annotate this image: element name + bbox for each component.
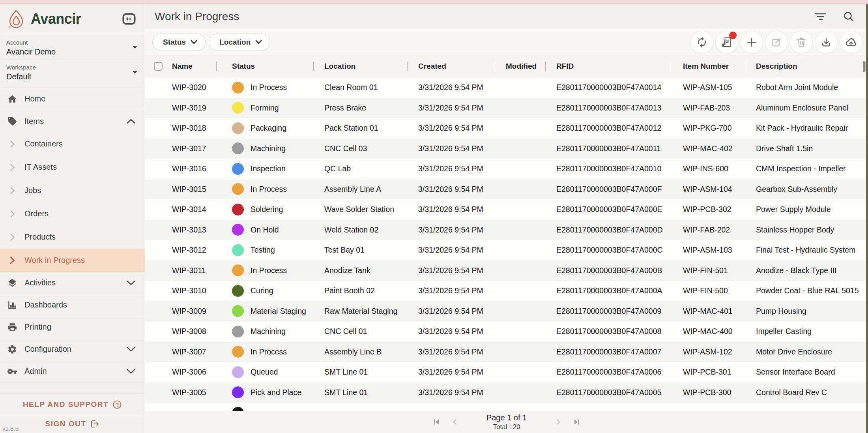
row-name: WIP-3012 [165, 246, 216, 255]
sidebar-item-containers[interactable]: Containers [0, 132, 145, 156]
table-row[interactable]: WIP-3008 Machining CNC Cell 01 3/31/2026… [145, 321, 868, 342]
row-created: 3/31/2026 9:54 PM [407, 246, 495, 255]
row-created: 3/31/2026 9:54 PM [407, 205, 495, 214]
row-item-number: WIP-ASM-104 [672, 185, 745, 194]
previous-page-button[interactable] [451, 418, 459, 426]
cloud-upload-icon [845, 36, 857, 49]
row-item-number: WIP-MAC-402 [672, 144, 745, 153]
account-selector[interactable]: Account Avancir Demo [0, 34, 145, 60]
status-dot [232, 326, 244, 337]
row-name: WIP-3020 [165, 83, 216, 92]
edit-button [765, 31, 788, 54]
column-header-name[interactable]: Name [165, 62, 216, 71]
column-header-location[interactable]: Location [313, 62, 407, 71]
table-row[interactable]: WIP-3005 Pick and Place SMT Line 01 3/31… [145, 382, 868, 403]
row-rfid: E2801170000003B0F47A0013 [545, 103, 672, 112]
table-row[interactable]: WIP-3014 Soldering Wave Solder Station 3… [145, 199, 868, 220]
sidebar-item-admin[interactable]: Admin [0, 360, 145, 382]
first-page-button[interactable] [432, 418, 441, 426]
filter-icon[interactable] [814, 11, 827, 22]
row-description: Powder Coat - Blue RAL 5015 [745, 286, 868, 295]
table-row[interactable]: WIP-3012 Testing Test Bay 01 3/31/2026 9… [145, 240, 868, 261]
cloud-upload-button[interactable] [840, 31, 862, 54]
page-header: Work in Progress [145, 4, 868, 29]
sidebar-collapse-button[interactable] [122, 13, 136, 25]
table-row[interactable]: WIP-3009 Material Staging Raw Material S… [145, 301, 868, 322]
sidebar-item-jobs[interactable]: Jobs [0, 179, 145, 202]
add-button[interactable] [740, 31, 763, 54]
sidebar-item-work-in-progress[interactable]: Work in Progress [0, 249, 145, 272]
select-all-checkbox[interactable] [154, 62, 163, 71]
row-created: 3/31/2026 9:54 PM [407, 164, 495, 173]
workspace-selector[interactable]: Workspace Default [0, 60, 145, 84]
table-rows: WIP-3020 In Process Clean Room 01 3/31/2… [145, 77, 868, 411]
row-description: Anodize - Black Type III [745, 266, 868, 275]
table-row[interactable]: WIP-3007 In Process Assembly Line B 3/31… [145, 342, 868, 362]
row-created: 3/31/2026 9:54 PM [407, 103, 495, 112]
table-row[interactable]: WIP-3013 On Hold Weld Station 02 3/31/20… [145, 220, 868, 240]
window-right-edge [866, 4, 868, 433]
sidebar-item-activities[interactable]: Activities [0, 272, 145, 294]
download-icon [820, 36, 832, 48]
row-created: 3/31/2026 9:54 PM [407, 144, 495, 153]
sidebar-item-configuration[interactable]: Configuration [0, 338, 145, 360]
row-rfid: E2801170000003B0F47A0012 [545, 124, 672, 133]
row-name: WIP-3019 [165, 103, 216, 112]
key-icon [0, 366, 24, 377]
location-filter-dropdown[interactable]: Location [209, 34, 270, 51]
table-row[interactable]: WIP-3016 Inspection QC Lab 3/31/2026 9:5… [145, 159, 868, 179]
column-header-rfid[interactable]: RFID [545, 62, 672, 71]
sign-out-link[interactable]: SIGN OUT [0, 415, 145, 433]
status-dot [232, 122, 244, 134]
toolbar: Status Location [145, 29, 868, 55]
sidebar-item-items[interactable]: Items [0, 110, 145, 132]
table-row[interactable]: WIP-3015 In Process Assembly Line A 3/31… [145, 179, 868, 200]
svg-text:?: ? [116, 401, 119, 407]
table-row[interactable]: WIP-3020 In Process Clean Room 01 3/31/2… [145, 77, 868, 98]
next-page-button[interactable] [554, 418, 562, 426]
sidebar-item-it-assets[interactable]: IT Assets [0, 156, 145, 179]
row-created: 3/31/2026 9:54 PM [407, 286, 495, 295]
table-row[interactable] [145, 403, 868, 411]
table-row[interactable]: WIP-3019 Forming Press Brake 3/31/2026 9… [145, 98, 868, 118]
download-button[interactable] [815, 31, 838, 54]
sidebar-item-printing[interactable]: Printing [0, 316, 145, 338]
last-page-button[interactable] [572, 418, 581, 426]
sidebar-item-products[interactable]: Products [0, 225, 145, 249]
printer-icon [0, 322, 24, 332]
table-row[interactable]: WIP-3006 Queued SMT Line 01 3/31/2026 9:… [145, 362, 868, 382]
column-header-description[interactable]: Description [745, 62, 868, 71]
row-created: 3/31/2026 9:54 PM [407, 327, 495, 336]
import-receipt-button[interactable] [715, 31, 738, 54]
row-rfid: E2801170000003B0F47A0006 [545, 367, 672, 377]
help-and-support-link[interactable]: HELP AND SUPPORT ? [0, 394, 145, 415]
sidebar-item-home[interactable]: Home [0, 88, 145, 110]
row-name: WIP-3011 [165, 266, 216, 275]
table-row[interactable]: WIP-3010 Curing Paint Booth 02 3/31/2026… [145, 281, 868, 301]
row-rfid: E2801170000003B0F47A0014 [545, 83, 672, 92]
sidebar-item-orders[interactable]: Orders [0, 202, 145, 225]
row-status: Machining [216, 326, 313, 337]
column-header-item-number[interactable]: Item Number [672, 62, 745, 71]
table-row[interactable]: WIP-3011 In Process Anodize Tank 3/31/20… [145, 261, 868, 281]
column-header-modified[interactable]: Modified [495, 62, 545, 71]
search-icon[interactable] [843, 11, 855, 22]
table-row[interactable]: WIP-3018 Packaging Pack Station 01 3/31/… [145, 118, 868, 139]
column-header-status[interactable]: Status [216, 62, 313, 71]
sidebar-item-dashboards[interactable]: Dashboards [0, 294, 145, 316]
row-rfid: E2801170000003B0F47A000A [545, 286, 672, 295]
row-item-number: WIP-FAB-203 [672, 103, 745, 112]
row-rfid: E2801170000003B0F47A0007 [545, 347, 672, 356]
scrollbar-thumb[interactable] [863, 61, 865, 72]
status-dot [232, 82, 244, 94]
workspace-value: Default [6, 72, 129, 81]
table-row[interactable]: WIP-3017 Machining CNC Cell 03 3/31/2026… [145, 139, 868, 159]
column-header-created[interactable]: Created [407, 62, 495, 71]
status-filter-dropdown[interactable]: Status [152, 34, 206, 51]
row-description: Impeller Casting [745, 327, 868, 336]
logo: ® Avancir [0, 4, 145, 34]
row-status: Soldering [216, 204, 313, 216]
row-location: SMT Line 01 [313, 388, 407, 397]
chevron-right-icon [0, 163, 24, 171]
refresh-button[interactable] [690, 31, 713, 54]
